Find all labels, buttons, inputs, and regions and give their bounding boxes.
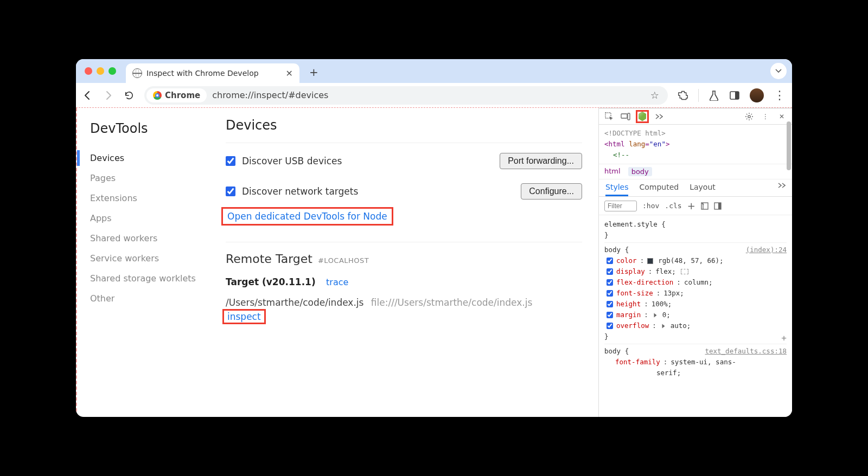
settings-icon[interactable] [744,112,754,121]
crumb-html[interactable]: html [604,167,621,176]
inspect-element-icon[interactable] [604,112,614,121]
target-name: Target (v20.11.1) [226,276,316,287]
open-node-devtools-link[interactable]: Open dedicated DevTools for Node [227,211,387,222]
decl-toggle-checkbox[interactable] [607,290,613,297]
tab-close-icon[interactable]: ✕ [286,68,293,79]
styles-tab-bar: Styles Computed Layout [599,179,792,197]
css-declaration[interactable]: height: 100%; [604,299,787,310]
rule-body-textdefaults[interactable]: body { text_defaults.css:18 font-family:… [604,344,787,380]
forward-button[interactable] [103,90,114,101]
rule-source-link[interactable]: (index):24 [746,245,787,255]
side-panel-button[interactable] [729,90,740,101]
devtools-menu-icon[interactable]: ⋮ [761,112,770,121]
sidebar-item-pages[interactable]: Pages [90,168,218,188]
address-bar[interactable]: Chrome chrome://inspect/#devices ☆ [144,86,668,105]
window-maximize-icon[interactable] [108,67,116,75]
css-declaration[interactable]: margin: 0; [604,310,787,320]
css-declaration[interactable]: font-size: 13px; [604,288,787,299]
sidebar-item-devices[interactable]: Devices [90,148,218,168]
sidebar-item-extensions[interactable]: Extensions [90,188,218,208]
svg-rect-8 [718,203,721,209]
sidebar-item-shared-workers[interactable]: Shared workers [90,228,218,248]
new-style-rule-icon[interactable]: + [687,200,695,211]
computed-sidebar-icon[interactable] [701,202,709,210]
decl-toggle-checkbox[interactable] [607,323,613,329]
expand-shorthand-icon[interactable] [654,313,656,317]
hov-toggle[interactable]: :hov [642,202,659,210]
target-url: file:///Users/stmarthe/code/index.js [371,297,532,308]
decl-toggle-checkbox[interactable] [607,258,613,264]
sidebar-item-service-workers[interactable]: Service workers [90,248,218,268]
crumb-body[interactable]: body [628,167,652,176]
remote-target-label: Remote Target [226,252,312,266]
window-minimize-icon[interactable] [97,67,104,75]
target-trace-link[interactable]: trace [326,277,348,287]
devtools-panel: ⋮ ✕ <!DOCTYPE html> <html lang="en"> <!-… [599,108,792,417]
more-tabs-icon[interactable] [654,112,664,121]
devtools-toolbar: ⋮ ✕ [599,108,792,125]
css-declaration[interactable]: overflow: auto; [604,320,787,331]
rule-body-index[interactable]: body { (index):24 color: rgb(48, 57, 66)… [604,243,787,344]
svg-point-5 [748,115,750,117]
content-area: DevTools DevicesPagesExtensionsAppsShare… [76,108,792,417]
devtools-close-icon[interactable]: ✕ [777,112,787,121]
device-toggle-icon[interactable] [621,112,630,121]
styles-filter-input[interactable] [604,201,637,211]
css-declaration[interactable]: font-family: system-ui, sans- [604,357,787,368]
toggle-sidebar-icon[interactable] [714,202,722,210]
sidebar-item-apps[interactable]: Apps [90,208,218,228]
target-path-row: /Users/stmarthe/code/index.js file:///Us… [226,297,582,324]
site-chip[interactable]: Chrome [146,88,207,102]
node-devtools-icon-highlight [636,110,649,123]
port-forwarding-button[interactable]: Port forwarding... [500,153,582,169]
nodejs-icon[interactable] [639,112,646,121]
discover-usb-checkbox[interactable] [226,156,235,166]
discover-network-checkbox[interactable] [226,186,235,196]
decl-toggle-checkbox[interactable] [607,301,613,307]
extensions-button[interactable] [678,90,688,101]
target-row: Target (v20.11.1) trace [226,276,582,287]
tab-search-button[interactable] [770,63,787,79]
tabs-overflow-icon[interactable] [778,183,786,196]
sidebar-item-shared-storage-worklets[interactable]: Shared storage worklets [90,268,218,288]
divider [226,242,582,242]
browser-menu-button[interactable]: ⋮ [774,89,786,101]
css-declaration[interactable]: color: rgb(48, 57, 66); [604,255,787,266]
profile-avatar[interactable] [750,88,764,102]
new-tab-button[interactable]: + [304,66,324,79]
window-close-icon[interactable] [85,67,92,75]
flex-editor-icon[interactable] [681,269,688,274]
tab-computed[interactable]: Computed [639,183,679,196]
add-declaration-icon[interactable]: + [781,331,787,345]
svg-rect-3 [621,114,627,118]
bookmark-icon[interactable]: ☆ [650,89,659,101]
styles-pane[interactable]: element.style { } body { (index):24 colo… [599,215,792,417]
decl-toggle-checkbox[interactable] [607,279,613,286]
remote-target-tag: #LOCALHOST [318,256,369,265]
tab-layout[interactable]: Layout [690,183,716,196]
labs-button[interactable] [709,90,719,101]
expand-shorthand-icon[interactable] [662,324,665,328]
tab-styles[interactable]: Styles [605,183,628,196]
css-declaration[interactable]: flex-direction: column; [604,277,787,288]
discover-usb-row: Discover USB devices Port forwarding... [226,143,582,169]
cls-toggle[interactable]: .cls [665,202,681,210]
configure-button[interactable]: Configure... [521,183,582,200]
comment-node: <!-- [613,151,629,159]
inspect-link[interactable]: inspect [227,311,261,322]
rule-element-style[interactable]: element.style { } [604,217,787,243]
decl-toggle-checkbox[interactable] [607,268,613,275]
svg-rect-4 [628,113,630,120]
back-button[interactable] [82,90,93,101]
elements-tree[interactable]: <!DOCTYPE html> <html lang="en"> <!-- [599,125,792,164]
node-devtools-highlight: Open dedicated DevTools for Node [221,207,393,226]
color-swatch-icon[interactable] [647,258,653,264]
sidebar-item-other[interactable]: Other [90,288,218,308]
reload-button[interactable] [124,90,135,101]
browser-tab[interactable]: Inspect with Chrome Develop ✕ [126,63,299,83]
decl-toggle-checkbox[interactable] [607,312,613,318]
globe-icon [132,68,142,78]
rule-source-link[interactable]: text_defaults.css:18 [705,346,787,357]
tab-title: Inspect with Chrome Develop [146,69,259,78]
css-declaration[interactable]: display: flex; [604,266,787,277]
